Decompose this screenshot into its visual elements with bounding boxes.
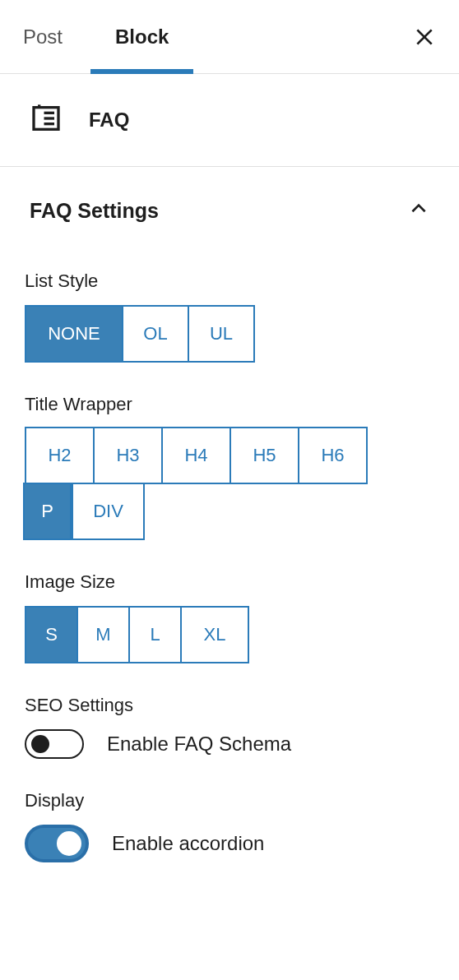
- title-wrapper-h5-button[interactable]: H5: [230, 427, 299, 484]
- tab-post[interactable]: Post: [23, 0, 63, 73]
- image-size-l-button[interactable]: L: [128, 606, 182, 663]
- block-identity-row: FAQ: [0, 74, 459, 167]
- list-style-ol-button[interactable]: OL: [122, 305, 189, 363]
- display-label: Display: [25, 790, 434, 811]
- image-size-xl-button[interactable]: XL: [180, 606, 249, 663]
- block-name-label: FAQ: [89, 109, 129, 132]
- seo-settings-field: SEO Settings Enable FAQ Schema: [25, 695, 434, 759]
- title-wrapper-p-button[interactable]: P: [23, 483, 72, 540]
- sidebar-tabs: Post Block: [0, 0, 459, 74]
- image-size-s-button[interactable]: S: [25, 606, 78, 663]
- title-wrapper-group: H2 H3 H4 H5 H6 P DIV: [25, 428, 410, 540]
- toggle-knob: [57, 831, 81, 856]
- enable-accordion-label: Enable accordion: [112, 832, 264, 855]
- enable-accordion-toggle[interactable]: [25, 825, 89, 862]
- title-wrapper-h2-button[interactable]: H2: [25, 427, 95, 484]
- section-title: FAQ Settings: [30, 199, 159, 223]
- faq-settings-toggle[interactable]: FAQ Settings: [0, 167, 459, 243]
- title-wrapper-field: Title Wrapper H2 H3 H4 H5 H6 P DIV: [25, 394, 434, 540]
- tab-block[interactable]: Block: [115, 0, 169, 73]
- image-size-group: S M L XL: [25, 606, 434, 663]
- title-wrapper-h4-button[interactable]: H4: [161, 427, 231, 484]
- title-wrapper-h3-button[interactable]: H3: [93, 427, 163, 484]
- list-style-field: List Style NONE OL UL: [25, 270, 434, 363]
- list-style-ul-button[interactable]: UL: [188, 305, 255, 363]
- toggle-knob: [31, 735, 49, 753]
- list-style-none-button[interactable]: NONE: [25, 305, 123, 363]
- faq-block-icon: [30, 102, 63, 138]
- close-panel-button[interactable]: [413, 25, 436, 49]
- image-size-field: Image Size S M L XL: [25, 571, 434, 663]
- image-size-label: Image Size: [25, 571, 434, 593]
- seo-settings-label: SEO Settings: [25, 695, 434, 716]
- enable-faq-schema-label: Enable FAQ Schema: [107, 733, 291, 756]
- title-wrapper-div-button[interactable]: DIV: [72, 483, 145, 540]
- list-style-label: List Style: [25, 270, 434, 292]
- list-style-group: NONE OL UL: [25, 305, 434, 363]
- enable-faq-schema-toggle[interactable]: [25, 729, 84, 759]
- title-wrapper-label: Title Wrapper: [25, 394, 434, 415]
- title-wrapper-h6-button[interactable]: H6: [298, 427, 368, 484]
- image-size-m-button[interactable]: M: [76, 606, 130, 663]
- close-icon: [414, 26, 435, 48]
- display-field: Display Enable accordion: [25, 790, 434, 862]
- chevron-up-icon: [408, 198, 429, 223]
